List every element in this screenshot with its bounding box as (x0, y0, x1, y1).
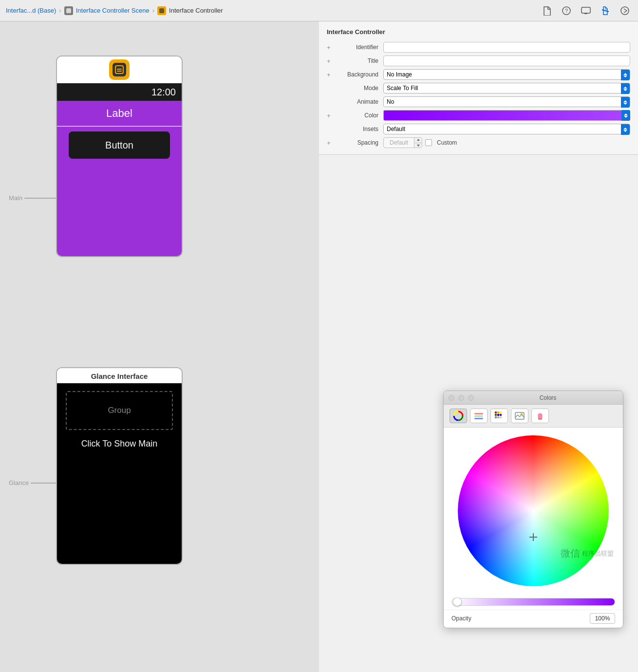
breadcrumb-item2[interactable]: Interface Controller Scene (76, 7, 150, 14)
spacing-label: Spacing (335, 139, 378, 146)
color-swatch[interactable] (383, 110, 621, 121)
watch-app-icon-inner (113, 63, 126, 76)
crayons-tab[interactable] (531, 409, 549, 423)
watch-label-bar: Label (57, 101, 182, 126)
glance-device: Glance Interface Group Click To Show Mai… (56, 367, 183, 565)
color-wheel-container[interactable] (444, 428, 623, 594)
mode-value: Scale To Fill (387, 85, 418, 92)
maximize-window-dot[interactable] (468, 395, 474, 401)
mode-arrow-down (623, 89, 627, 91)
opacity-value: 100% (595, 615, 610, 622)
watch-time: 12:00 (151, 87, 176, 98)
watch-time-bar: 12:00 (57, 83, 182, 101)
file-icon[interactable] (542, 5, 552, 16)
display-icon[interactable] (581, 5, 591, 16)
background-label: Background (335, 71, 378, 78)
watch-button[interactable]: Button (69, 131, 170, 159)
breadcrumb-item1[interactable]: Interfac...d (Base) (6, 7, 56, 14)
main-device: 12:00 Label Button (56, 56, 183, 257)
svg-rect-13 (474, 415, 483, 417)
insets-select[interactable]: Default (383, 124, 630, 134)
glance-body: Group Click To Show Main (57, 383, 182, 457)
watermark-text: 微信 (561, 547, 580, 560)
color-label: Color (335, 112, 378, 119)
insets-arrow-up (623, 128, 627, 130)
watermark: 微信 程序员联盟 (561, 547, 614, 560)
svg-rect-20 (500, 414, 502, 416)
stepper-up-arrow-icon (417, 139, 420, 141)
svg-rect-21 (495, 416, 497, 418)
animate-label: Animate (335, 98, 378, 105)
image-palette-tab[interactable] (511, 409, 528, 423)
watch-label-text: Label (106, 107, 132, 120)
background-select-arrows (621, 70, 630, 80)
identifier-row: + Identifier (319, 40, 638, 54)
breadcrumb-item3[interactable]: Interface Controller (169, 7, 223, 14)
animate-select[interactable]: No (383, 96, 630, 107)
spacing-stepper[interactable]: Default (383, 137, 422, 148)
mode-select-arrows (621, 83, 630, 94)
spacing-stepper-value: Default (384, 139, 414, 146)
help-icon[interactable]: ? (561, 5, 572, 16)
glance-watch-screen: Glance Interface Group Click To Show Mai… (56, 367, 183, 565)
main-arrow-label: Main (9, 194, 22, 202)
close-window-dot[interactable] (449, 395, 454, 401)
color-plus[interactable]: + (327, 112, 335, 119)
title-plus[interactable]: + (327, 57, 335, 65)
animate-row: Animate No (319, 95, 638, 109)
stepper-up-button[interactable] (414, 137, 422, 143)
spacing-row: + Spacing Default Custom (319, 136, 638, 149)
svg-text:?: ? (565, 8, 568, 14)
opacity-slider-container (444, 594, 623, 610)
glance-arrow-label: Glance (9, 479, 29, 486)
glance-group-area: Group (66, 391, 173, 430)
title-row: + Title (319, 54, 638, 68)
mode-label: Mode (335, 85, 378, 92)
colors-panel: Colors (443, 391, 623, 628)
svg-rect-19 (497, 414, 499, 416)
watermark-label: 程序员联盟 (582, 549, 614, 558)
background-plus[interactable]: + (327, 71, 335, 78)
sliders-tab[interactable] (470, 409, 488, 423)
color-swatch-container (383, 110, 630, 121)
identifier-plus[interactable]: + (327, 44, 335, 51)
identifier-label: Identifier (335, 44, 378, 51)
svg-rect-0 (66, 8, 71, 13)
stepper-down-button[interactable] (414, 143, 422, 149)
identifier-input[interactable] (383, 42, 630, 53)
glance-title: Glance Interface (91, 372, 148, 380)
spacing-plus[interactable]: + (327, 139, 335, 147)
mode-row: Mode Scale To Fill (319, 81, 638, 95)
colors-titlebar: Colors (444, 391, 623, 405)
stepper-arrows (414, 137, 422, 148)
controller-icon (157, 6, 166, 15)
svg-rect-26 (538, 418, 542, 420)
color-crosshair[interactable] (529, 533, 537, 541)
background-select[interactable]: No Image (383, 69, 630, 80)
opacity-slider-thumb[interactable] (453, 597, 462, 606)
svg-rect-16 (497, 411, 499, 413)
opacity-slider-track[interactable] (451, 598, 615, 606)
color-wheel-tab[interactable] (450, 409, 467, 423)
inspector-empty-area: Colors (319, 155, 638, 672)
mode-select[interactable]: Scale To Fill (383, 83, 630, 93)
opacity-value-box[interactable]: 100% (590, 613, 615, 624)
spacing-custom-checkbox[interactable] (425, 139, 432, 146)
storyboard-icon (64, 6, 73, 15)
palette-tab[interactable] (490, 409, 508, 423)
insets-select-arrows (621, 124, 630, 135)
svg-point-10 (621, 7, 629, 15)
svg-rect-14 (474, 418, 483, 419)
title-input[interactable] (383, 56, 630, 66)
svg-point-25 (521, 413, 523, 416)
svg-rect-4 (117, 71, 122, 72)
color-picker-tabs (444, 405, 623, 428)
minimize-window-dot[interactable] (458, 395, 464, 401)
color-select-arrows[interactable] (621, 110, 630, 121)
insets-label: Insets (335, 126, 378, 132)
insets-row: Insets Default (319, 122, 638, 136)
color-wheel[interactable] (458, 435, 609, 586)
forward-icon[interactable] (619, 5, 630, 16)
watch-purple-area (57, 164, 182, 256)
identity-icon[interactable] (600, 5, 611, 16)
